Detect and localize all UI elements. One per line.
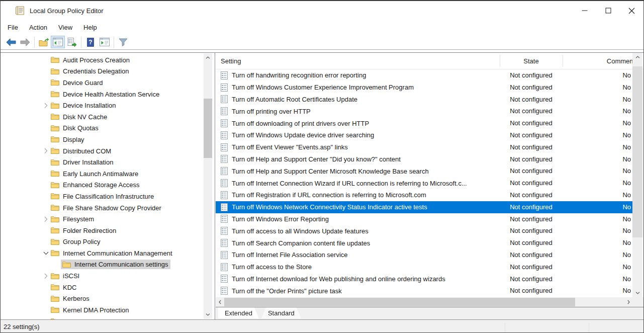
policy-setting-row[interactable]: Turn off Windows Update device driver se… (216, 129, 632, 141)
tree-item[interactable] (1, 316, 203, 319)
policy-setting-row[interactable]: Turn off Help and Support Center "Did yo… (216, 153, 632, 165)
tree-item[interactable]: Folder Redirection (1, 225, 203, 236)
maximize-button[interactable] (596, 1, 620, 20)
tree-item[interactable]: Internet Communication settings (1, 259, 203, 271)
tree-expander-icon[interactable] (42, 273, 49, 280)
tree-expander-icon[interactable] (42, 56, 49, 63)
tree-item[interactable]: File Share Shadow Copy Provider (1, 202, 203, 214)
tree-expander-icon[interactable] (42, 102, 49, 109)
scroll-up-arrow-icon[interactable] (632, 53, 642, 61)
tree-item[interactable]: Distributed COM (1, 145, 203, 157)
tree-item-body[interactable]: Kernel DMA Protection (49, 305, 132, 315)
tree-item-body[interactable]: File Share Shadow Copy Provider (49, 203, 164, 213)
tree-expander-icon[interactable] (42, 204, 49, 211)
tree-expander-icon[interactable] (42, 306, 49, 313)
column-header-comment[interactable]: Comment (563, 57, 643, 65)
scroll-down-arrow-icon[interactable] (204, 310, 212, 319)
policy-setting-row[interactable]: Turn off Event Viewer "Events.asp" links… (216, 141, 632, 153)
tree-item-body[interactable]: Device Installation (49, 101, 119, 110)
tree-item[interactable]: iSCSI (1, 270, 203, 282)
setting-cell[interactable]: Turn off Windows Error Reporting (221, 213, 329, 225)
list-scrollbar-thumb[interactable] (632, 66, 642, 237)
tree-expander-icon[interactable] (42, 295, 49, 302)
tree-item[interactable]: Kernel DMA Protection (1, 304, 203, 316)
back-button[interactable] (4, 36, 18, 48)
show-console-tree-button[interactable] (51, 36, 65, 48)
tree-expander-icon[interactable] (42, 170, 49, 177)
tree-item[interactable]: Device Installation (1, 100, 203, 111)
policy-setting-row[interactable]: Turn off printing over HTTP Not configur… (216, 105, 632, 117)
close-button[interactable] (620, 1, 643, 20)
tree-item[interactable]: Disk NV Cache (1, 111, 203, 123)
policy-setting-row[interactable]: Turn off Windows Customer Experience Imp… (216, 81, 632, 94)
policy-setting-row[interactable]: Turn off the "Order Prints" picture task… (216, 285, 632, 297)
export-list-button[interactable] (65, 36, 79, 48)
column-header-state[interactable]: State (500, 57, 563, 65)
tree-item[interactable]: Internet Communication Management (1, 247, 203, 259)
setting-cell[interactable]: Turn off Registration if URL connection … (221, 189, 426, 201)
tree-expander-icon[interactable] (42, 147, 49, 154)
setting-cell[interactable]: Turn off handwriting recognition error r… (221, 69, 366, 81)
scroll-down-arrow-icon[interactable] (632, 289, 642, 297)
setting-cell[interactable]: Turn off access to all Windows Update fe… (221, 225, 369, 237)
tab-standard[interactable]: Standard (261, 307, 301, 318)
policy-setting-row[interactable]: Turn off Internet Connection Wizard if U… (216, 177, 632, 189)
tree-expander-icon[interactable] (42, 159, 49, 166)
policy-setting-row[interactable]: Turn off Automatic Root Certificates Upd… (216, 94, 632, 106)
setting-cell[interactable]: Turn off Search Companion content file u… (221, 237, 370, 249)
setting-cell[interactable]: Turn off Internet download for Web publi… (221, 273, 445, 285)
tree-item[interactable]: Display (1, 134, 203, 145)
tree-expander-icon[interactable] (54, 261, 61, 268)
policy-setting-row[interactable]: Turn off Windows Error Reporting Not con… (216, 213, 632, 225)
setting-cell[interactable]: Turn off Event Viewer "Events.asp" links (221, 141, 348, 153)
tree-item-body[interactable]: Audit Process Creation (49, 55, 132, 65)
tree-expander-icon[interactable] (42, 125, 49, 132)
tree-item[interactable]: Disk Quotas (1, 123, 203, 134)
policy-setting-row[interactable]: Turn off Registration if URL connection … (216, 189, 632, 201)
setting-cell[interactable]: Turn off downloading of print drivers ov… (221, 117, 369, 129)
setting-cell[interactable]: Turn off Windows Network Connectivity St… (221, 201, 427, 213)
tree-item-body[interactable]: Folder Redirection (49, 226, 119, 235)
setting-cell[interactable]: Turn off Automatic Root Certificates Upd… (221, 94, 357, 106)
policy-setting-row[interactable]: Turn off access to the Store Not configu… (216, 261, 632, 273)
policy-setting-row[interactable]: Turn off Internet download for Web publi… (216, 273, 632, 285)
tree-item-body[interactable]: Display (49, 135, 87, 144)
list-horizontal-scrollbar[interactable] (216, 297, 632, 307)
tree-expander-icon[interactable] (42, 91, 49, 98)
tree-item[interactable]: Credentials Delegation (1, 66, 203, 77)
policy-setting-row[interactable]: Turn off handwriting recognition error r… (216, 69, 632, 81)
tree-expander-icon[interactable] (42, 79, 49, 86)
policy-setting-row[interactable]: Turn off Search Companion content file u… (216, 237, 632, 249)
tree-expander-icon[interactable] (42, 238, 49, 245)
setting-cell[interactable]: Turn off Windows Customer Experience Imp… (221, 81, 414, 94)
policy-setting-row[interactable]: Turn off Help and Support Center Microso… (216, 165, 632, 177)
tree-expander-icon[interactable] (42, 113, 49, 120)
tree-item[interactable]: Device Guard (1, 77, 203, 89)
tree-item[interactable]: Enhanced Storage Access (1, 180, 203, 191)
show-action-pane-button[interactable] (98, 36, 112, 48)
scroll-right-arrow-icon[interactable] (624, 297, 632, 307)
tree-expander-icon[interactable] (42, 182, 49, 189)
tree-item[interactable]: Audit Process Creation (1, 54, 203, 66)
tree-item-body[interactable]: Credentials Delegation (49, 66, 132, 76)
tree-item-body[interactable]: Device Health Attestation Service (49, 90, 162, 99)
tree-expander-icon[interactable] (42, 227, 49, 234)
setting-cell[interactable]: Turn off Help and Support Center "Did yo… (221, 153, 401, 165)
tree-item[interactable]: Filesystem (1, 213, 203, 225)
minimize-button[interactable] (573, 1, 596, 20)
tree-expander-icon[interactable] (42, 284, 49, 291)
tree-item[interactable]: Group Policy (1, 236, 203, 248)
setting-cell[interactable]: Turn off Help and Support Center Microso… (221, 165, 429, 177)
menu-view[interactable]: View (53, 21, 78, 34)
filter-button[interactable] (116, 36, 130, 48)
tree-expander-icon[interactable] (42, 193, 49, 200)
up-one-level-button[interactable] (37, 36, 51, 48)
tree-item[interactable]: Kerberos (1, 293, 203, 304)
policy-setting-row[interactable]: Turn off access to all Windows Update fe… (216, 225, 632, 237)
setting-cell[interactable]: Turn off the "Order Prints" picture task (221, 285, 342, 297)
help-button[interactable]: ? (83, 36, 98, 48)
tree-item-body[interactable]: iSCSI (49, 271, 82, 281)
column-divider[interactable] (563, 55, 563, 67)
tree-item[interactable]: Driver Installation (1, 156, 203, 168)
tab-extended[interactable]: Extended (218, 307, 259, 318)
